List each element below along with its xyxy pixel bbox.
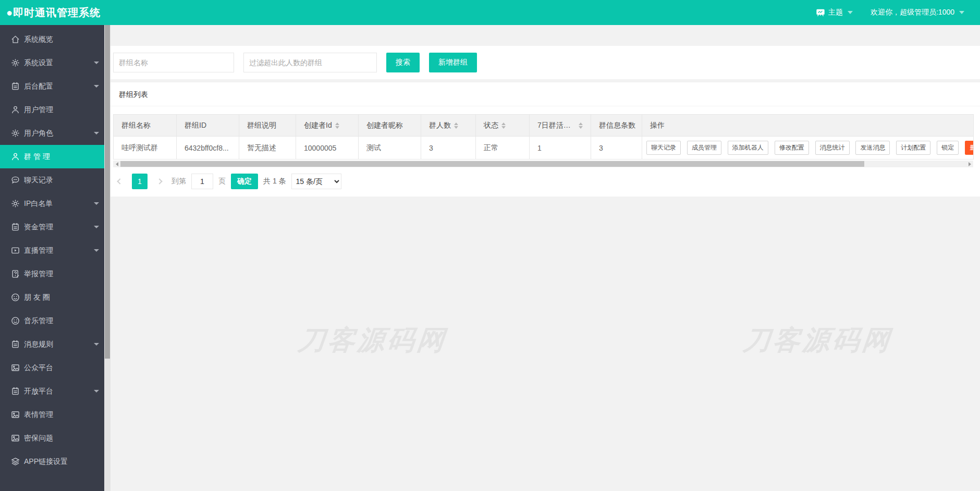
- group-name-input[interactable]: [113, 53, 234, 72]
- horizontal-scrollbar[interactable]: [113, 161, 973, 167]
- sidebar-item-report-management[interactable]: 举报管理: [0, 262, 104, 286]
- horizontal-scrollbar-thumb[interactable]: [120, 161, 864, 167]
- smiley-icon: [11, 316, 20, 325]
- col-group-name: 群组名称: [114, 115, 177, 137]
- watermark: 刀客源码网: [741, 322, 893, 359]
- chevron-left-icon: [117, 178, 123, 184]
- sidebar-item-music-management[interactable]: 音乐管理: [0, 309, 104, 333]
- col-message-count: 群信息条数: [591, 115, 642, 137]
- card-title: 群组列表: [111, 82, 980, 106]
- sort-icon[interactable]: [335, 122, 339, 129]
- next-page-button[interactable]: [153, 174, 166, 189]
- add-robot-button[interactable]: 添加机器人: [728, 141, 768, 155]
- sort-icon[interactable]: [454, 122, 458, 129]
- goto-label: 到第: [172, 177, 186, 186]
- goto-page-input[interactable]: [191, 174, 213, 189]
- sort-icon[interactable]: [501, 122, 506, 129]
- chevron-down-icon: [94, 226, 99, 228]
- total-count-label: 共 1 条: [263, 177, 286, 186]
- page-size-select[interactable]: 15 条/页: [291, 174, 341, 189]
- chevron-down-icon: [848, 11, 853, 14]
- message-stats-button[interactable]: 消息统计: [815, 141, 850, 155]
- image-icon: [11, 363, 20, 372]
- col-status: 状态: [476, 115, 530, 137]
- sidebar-item-ip-whitelist[interactable]: IP白名单: [0, 192, 104, 215]
- sidebar-item-message-rules[interactable]: 消息规则: [0, 333, 104, 356]
- delete-button[interactable]: 删除: [965, 141, 973, 155]
- lock-button[interactable]: 锁定: [937, 141, 959, 155]
- sidebar-item-chat-records[interactable]: 聊天记录: [0, 168, 104, 192]
- add-group-button[interactable]: 新增群组: [429, 53, 477, 72]
- chevron-down-icon: [94, 390, 99, 392]
- plan-config-button[interactable]: 计划配置: [896, 141, 930, 155]
- col-member-count: 群人数: [421, 115, 476, 137]
- sidebar-item-user-roles[interactable]: 用户角色: [0, 121, 104, 145]
- sidebar-item-group-management[interactable]: 群 管 理: [0, 145, 104, 168]
- chevron-down-icon: [94, 343, 99, 346]
- cell-group-id: 6432bff0cf8...: [177, 137, 239, 159]
- page-unit-label: 页: [218, 177, 226, 186]
- theme-menu[interactable]: 主题: [816, 8, 853, 17]
- col-actions: 操作: [642, 115, 974, 137]
- cell-group-name: 哇呼测试群: [114, 137, 177, 159]
- confirm-page-button[interactable]: 确定: [231, 174, 258, 189]
- cell-message-count: 3: [591, 137, 642, 159]
- col-group-desc: 群组说明: [239, 115, 296, 137]
- chevron-down-icon: [94, 85, 99, 88]
- table-row: 哇呼测试群 6432bff0cf8... 暂无描述 10000005 测试 3 …: [114, 137, 974, 159]
- sidebar-item-open-platform[interactable]: 开放平台: [0, 379, 104, 403]
- sidebar-item-funds-management[interactable]: 资金管理: [0, 215, 104, 239]
- search-button[interactable]: 搜索: [386, 53, 420, 72]
- chevron-down-icon: [94, 62, 99, 64]
- sidebar-item-app-link-settings[interactable]: APP链接设置: [0, 450, 104, 473]
- sidebar-item-emoji-management[interactable]: 表情管理: [0, 403, 104, 426]
- modify-config-button[interactable]: 修改配置: [775, 141, 809, 155]
- send-message-button[interactable]: 发送消息: [855, 141, 890, 155]
- sidebar-item-user-management[interactable]: 用户管理: [0, 98, 104, 121]
- chat-icon: [11, 176, 20, 185]
- scroll-left-icon[interactable]: [113, 161, 120, 167]
- prev-page-button[interactable]: [113, 174, 127, 189]
- sidebar-item-security-questions[interactable]: 密保问题: [0, 426, 104, 450]
- scroll-right-icon[interactable]: [966, 161, 973, 167]
- vertical-scrollbar[interactable]: [104, 25, 111, 491]
- cell-7day-active: 1: [530, 137, 591, 159]
- notebook-icon: [11, 340, 20, 349]
- sidebar-item-live-management[interactable]: 直播管理: [0, 239, 104, 262]
- page-number-button[interactable]: 1: [132, 174, 148, 189]
- member-management-button[interactable]: 成员管理: [687, 141, 721, 155]
- top-header: ●即时通讯管理系统 主题 欢迎你，超级管理员:1000: [0, 0, 980, 25]
- col-creator-nick: 创建者昵称: [359, 115, 421, 137]
- watermark: 刀客源码网: [296, 322, 448, 359]
- user-icon: [11, 105, 20, 114]
- gear-icon: [11, 129, 20, 138]
- sort-icon[interactable]: [579, 122, 583, 129]
- chevron-down-icon: [94, 249, 99, 252]
- cell-member-count: 3: [421, 137, 476, 159]
- sidebar-item-system-settings[interactable]: 系统设置: [0, 51, 104, 75]
- user-icon: [11, 152, 20, 161]
- cell-status: 正常: [476, 137, 530, 159]
- main-content: 搜索 新增群组 群组列表 群组名称 群组ID 群组说明 创建者Id 创建者昵: [111, 25, 980, 491]
- report-icon: [11, 269, 20, 278]
- cell-creator-id: 10000005: [296, 137, 359, 159]
- sidebar-item-backend-config[interactable]: 后台配置: [0, 75, 104, 98]
- notebook-icon: [11, 223, 20, 231]
- sidebar-item-moments[interactable]: 朋 友 圈: [0, 286, 104, 309]
- sidebar-item-system-overview[interactable]: 系统概览: [0, 28, 104, 51]
- theme-label: 主题: [828, 8, 843, 17]
- sidebar-item-public-platform[interactable]: 公众平台: [0, 356, 104, 379]
- vertical-scrollbar-thumb[interactable]: [105, 25, 110, 359]
- image-icon: [11, 434, 20, 443]
- gear-icon: [11, 58, 20, 67]
- group-list-panel: 群组列表 群组名称 群组ID 群组说明 创建者Id 创建者昵称 群人数: [111, 82, 980, 197]
- chevron-right-icon: [156, 178, 162, 184]
- app-title: ●即时通讯管理系统: [0, 6, 101, 20]
- easel-board-icon: [816, 8, 825, 17]
- member-filter-input[interactable]: [243, 53, 377, 72]
- user-menu[interactable]: 欢迎你，超级管理员:1000: [871, 8, 964, 17]
- cell-creator-nick: 测试: [359, 137, 421, 159]
- col-creator-id: 创建者Id: [296, 115, 359, 137]
- cell-group-desc: 暂无描述: [239, 137, 296, 159]
- chat-records-button[interactable]: 聊天记录: [646, 141, 681, 155]
